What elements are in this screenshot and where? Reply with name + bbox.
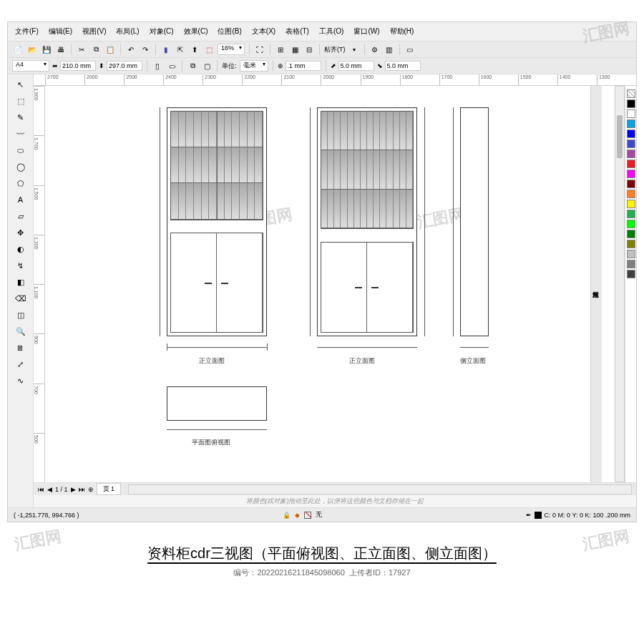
print-icon[interactable]: 🖶 xyxy=(55,44,67,55)
page-tab-1[interactable]: 页 1 xyxy=(97,483,122,495)
copy-icon[interactable]: ⧉ xyxy=(90,44,102,55)
app-icon[interactable]: ▭ xyxy=(404,44,416,55)
zoom-select[interactable]: 16% xyxy=(218,44,245,55)
page-height[interactable]: ⬍ xyxy=(99,61,142,71)
freehand-tool-icon[interactable]: 〰 xyxy=(13,127,29,141)
publish-icon[interactable]: ⬆ xyxy=(189,44,200,55)
fill-tool-icon[interactable]: 🗎 xyxy=(13,341,29,355)
color-swatch[interactable] xyxy=(627,130,635,138)
all-pages-icon[interactable]: ⧉ xyxy=(187,60,198,72)
color-swatch[interactable] xyxy=(627,190,635,198)
options-icon[interactable]: ⚙ xyxy=(369,44,381,55)
launch-icon[interactable]: ▥ xyxy=(384,44,395,55)
horizontal-scrollbar[interactable] xyxy=(128,484,632,494)
new-icon[interactable]: 📄 xyxy=(12,44,24,55)
menu-view[interactable]: 视图(V) xyxy=(79,25,109,38)
save-icon[interactable]: 💾 xyxy=(41,44,52,55)
fullscreen-icon[interactable]: ⛶ xyxy=(254,44,265,55)
nav-last-icon[interactable]: ⏭ xyxy=(79,486,85,493)
eyedropper-tool-icon[interactable]: ⌫ xyxy=(13,291,29,306)
undo-icon[interactable]: ↶ xyxy=(125,44,137,55)
page-height-input[interactable] xyxy=(107,61,142,71)
connector-tool-icon[interactable]: ↯ xyxy=(13,258,29,273)
pdf-icon[interactable]: ⬚ xyxy=(203,44,215,55)
rulers-icon[interactable]: ⊞ xyxy=(275,44,286,55)
dup-y[interactable]: ⬊ xyxy=(377,61,421,71)
crop-tool-icon[interactable]: ✎ xyxy=(13,110,29,125)
menu-window[interactable]: 窗口(W) xyxy=(351,25,382,38)
nav-first-icon[interactable]: ⏮ xyxy=(38,486,44,493)
dup-x[interactable]: ⬈ xyxy=(331,61,374,71)
open-icon[interactable]: 📂 xyxy=(26,44,38,55)
nudge-input[interactable] xyxy=(286,61,321,71)
dup-x-input[interactable] xyxy=(338,61,374,71)
menu-text[interactable]: 文本(X) xyxy=(249,25,278,38)
vertical-scrollbar[interactable] xyxy=(615,86,625,482)
zoom-tool-icon[interactable]: 🔍 xyxy=(13,324,29,338)
guidelines-icon[interactable]: ⊟ xyxy=(303,44,315,55)
blend-tool-icon[interactable]: ◐ xyxy=(13,242,29,256)
redo-icon[interactable]: ↷ xyxy=(140,44,151,55)
outline-tool-icon[interactable]: ◫ xyxy=(13,308,29,322)
color-swatch[interactable] xyxy=(627,160,635,168)
menu-table[interactable]: 表格(T) xyxy=(283,25,312,38)
chevron-down-icon[interactable]: ▾ xyxy=(348,44,360,55)
color-swatch[interactable] xyxy=(627,210,635,218)
color-swatch[interactable] xyxy=(627,119,635,128)
color-swatch[interactable] xyxy=(627,150,635,158)
rectangle-tool-icon[interactable]: ⬭ xyxy=(13,143,29,157)
color-swatch[interactable] xyxy=(627,220,635,228)
parallel-tool-icon[interactable]: ▱ xyxy=(13,209,29,223)
color-swatch[interactable] xyxy=(627,240,635,248)
swatch-none[interactable] xyxy=(627,89,635,98)
menu-file[interactable]: 文件(F) xyxy=(12,25,42,38)
menu-object[interactable]: 对象(C) xyxy=(147,25,177,38)
ellipse-tool-icon[interactable]: ◯ xyxy=(13,160,29,174)
dimension-tool-icon[interactable]: ✥ xyxy=(13,225,29,240)
color-swatch[interactable] xyxy=(627,270,635,278)
transparency-tool-icon[interactable]: ⤢ xyxy=(13,357,29,371)
color-swatch[interactable] xyxy=(627,170,635,178)
shape-tool-icon[interactable]: ⬚ xyxy=(13,94,29,108)
menu-help[interactable]: 帮助(H) xyxy=(387,25,417,38)
dup-y-input[interactable] xyxy=(385,61,421,71)
units-select[interactable]: 毫米 xyxy=(240,60,268,72)
menu-edit[interactable]: 编辑(E) xyxy=(46,25,75,38)
import-icon[interactable]: ▮ xyxy=(160,44,172,55)
smartfill-tool-icon[interactable]: ∿ xyxy=(13,374,29,388)
cut-icon[interactable]: ✂ xyxy=(76,44,87,55)
text-tool-icon[interactable]: A xyxy=(13,192,29,207)
docker-object-properties[interactable]: 对象属性 xyxy=(590,86,602,482)
page-width-input[interactable] xyxy=(60,61,96,71)
color-swatch[interactable] xyxy=(627,180,635,188)
snap-label[interactable]: 粘齐(T) xyxy=(324,45,346,54)
color-swatch[interactable] xyxy=(627,140,635,148)
menu-layout[interactable]: 布局(L) xyxy=(113,25,142,38)
add-page-icon[interactable]: ⊕ xyxy=(88,486,94,493)
pagesize-select[interactable]: A4 xyxy=(12,60,49,72)
pick-tool-icon[interactable]: ↖ xyxy=(13,77,29,92)
menu-effect[interactable]: 效果(C) xyxy=(181,25,211,38)
page-width[interactable]: ⬌ xyxy=(52,61,96,71)
color-swatch[interactable] xyxy=(627,250,635,258)
nav-prev-icon[interactable]: ◀ xyxy=(47,486,52,493)
color-swatch[interactable] xyxy=(627,109,635,118)
grid-icon[interactable]: ▦ xyxy=(289,44,301,55)
landscape-icon[interactable]: ▭ xyxy=(166,60,177,72)
menu-bitmap[interactable]: 位图(B) xyxy=(215,25,244,38)
drawing-canvas[interactable]: 汇图网 汇图网 xyxy=(45,86,615,482)
polygon-tool-icon[interactable]: ⬠ xyxy=(13,176,29,190)
export-icon[interactable]: ⇱ xyxy=(175,44,186,55)
color-swatch[interactable] xyxy=(627,230,635,238)
interactive-tool-icon[interactable]: ◧ xyxy=(13,275,29,289)
menu-tools[interactable]: 工具(O) xyxy=(316,25,346,38)
status-bar: ( -1,251.778, 994.766 ) 🔒 ◆ 无 ✒ C: 0 M: … xyxy=(8,507,636,522)
current-page-icon[interactable]: ▢ xyxy=(201,60,213,72)
paste-icon[interactable]: 📋 xyxy=(104,44,116,55)
portrait-icon[interactable]: ▯ xyxy=(152,60,163,72)
nudge-field[interactable]: ⊕ xyxy=(278,61,321,71)
color-swatch[interactable] xyxy=(627,200,635,208)
color-swatch[interactable] xyxy=(627,99,635,108)
color-swatch[interactable] xyxy=(627,260,635,268)
nav-next-icon[interactable]: ▶ xyxy=(71,486,76,493)
